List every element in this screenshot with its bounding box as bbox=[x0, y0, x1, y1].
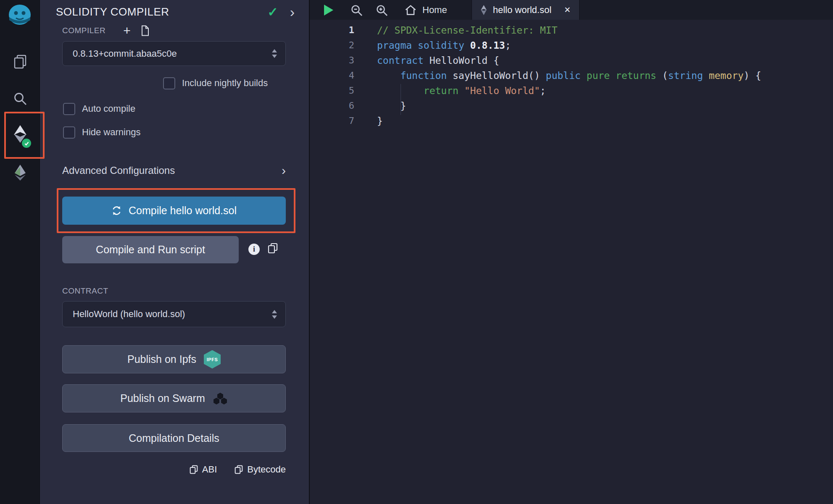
swarm-icon bbox=[213, 392, 228, 405]
contract-select-value: HelloWorld (hello world.sol) bbox=[73, 309, 272, 320]
sidebar-item-solidity-compiler[interactable] bbox=[0, 119, 40, 149]
file-explorer-icon bbox=[13, 54, 28, 69]
editor-tab-bar: Home hello world.sol ✕ bbox=[310, 0, 833, 20]
sidebar-item-file-explorer[interactable] bbox=[0, 47, 40, 76]
line-number[interactable]: 3 bbox=[310, 53, 354, 68]
add-compiler-icon[interactable]: + bbox=[123, 24, 131, 37]
tab-home[interactable]: Home bbox=[405, 5, 447, 16]
line-number[interactable]: 5 bbox=[310, 83, 354, 98]
copy-icon bbox=[190, 465, 198, 474]
compiler-version-value: 0.8.13+commit.abaa5c0e bbox=[73, 48, 272, 59]
advanced-configurations-toggle[interactable]: Advanced Configurations › bbox=[62, 163, 286, 178]
contract-label: CONTRACT bbox=[62, 286, 108, 296]
compile-button[interactable]: Compile hello world.sol bbox=[62, 197, 286, 225]
select-stepper-icon bbox=[272, 49, 277, 58]
copy-icon bbox=[235, 465, 243, 474]
ipfs-icon: IPFS bbox=[204, 350, 221, 369]
editor-area: Home hello world.sol ✕ 1234567 // SPDX-L… bbox=[309, 0, 833, 504]
compile-and-run-label: Compile and Run script bbox=[96, 244, 205, 256]
tab-file-label: hello world.sol bbox=[493, 5, 551, 16]
compiler-label: COMPILER bbox=[62, 26, 105, 35]
advanced-configurations-label: Advanced Configurations bbox=[62, 165, 175, 176]
line-number[interactable]: 7 bbox=[310, 113, 354, 129]
line-number[interactable]: 4 bbox=[310, 68, 354, 83]
hide-warnings-row: Hide warnings bbox=[63, 125, 140, 139]
select-stepper-icon bbox=[272, 310, 277, 319]
compiled-check-badge bbox=[22, 139, 31, 148]
remix-logo-icon[interactable] bbox=[8, 4, 32, 29]
abi-bytecode-row: ABI Bytecode bbox=[190, 464, 286, 475]
icon-sidebar bbox=[0, 0, 40, 504]
auto-compile-row: Auto compile bbox=[63, 102, 135, 116]
contract-select[interactable]: HelloWorld (hello world.sol) bbox=[62, 301, 286, 327]
sidebar-item-search[interactable] bbox=[0, 84, 40, 113]
run-script-button[interactable] bbox=[324, 5, 333, 16]
deploy-run-icon bbox=[13, 164, 27, 181]
line-number[interactable]: 6 bbox=[310, 98, 354, 113]
tab-hello-world-sol[interactable]: hello world.sol ✕ bbox=[472, 0, 580, 20]
sidebar-item-deploy-run[interactable] bbox=[0, 158, 40, 187]
compilation-details-label: Compilation Details bbox=[129, 432, 219, 444]
solidity-compiler-panel: SOLIDITY COMPILER ✓ › COMPILER + 0.8.13+… bbox=[40, 0, 309, 504]
code-line[interactable]: // SPDX-License-Identifier: MIT bbox=[377, 23, 761, 38]
compiler-version-select[interactable]: 0.8.13+commit.abaa5c0e bbox=[62, 41, 286, 66]
nightly-builds-row: Include nightly builds bbox=[163, 76, 268, 90]
refresh-icon bbox=[111, 205, 122, 216]
bytecode-label: Bytecode bbox=[247, 464, 286, 475]
line-number[interactable]: 1 bbox=[310, 23, 354, 38]
nightly-builds-label: Include nightly builds bbox=[182, 78, 268, 89]
compile-button-label: Compile hello world.sol bbox=[129, 205, 237, 217]
auto-compile-label: Auto compile bbox=[82, 103, 135, 114]
code-lines[interactable]: // SPDX-License-Identifier: MITpragma so… bbox=[377, 23, 761, 504]
code-line[interactable]: contract HelloWorld { bbox=[377, 53, 761, 68]
solidity-file-icon bbox=[480, 5, 487, 16]
compile-success-icon: ✓ bbox=[268, 5, 278, 19]
publish-ipfs-label: Publish on Ipfs bbox=[127, 353, 196, 365]
code-line[interactable]: pragma solidity 0.8.13; bbox=[377, 38, 761, 53]
publish-ipfs-button[interactable]: Publish on Ipfs IPFS bbox=[62, 345, 286, 373]
nightly-builds-checkbox[interactable] bbox=[163, 77, 175, 89]
line-numbers: 1234567 bbox=[310, 23, 356, 504]
compiler-section-header: COMPILER + bbox=[62, 24, 149, 38]
panel-header: SOLIDITY COMPILER ✓ › bbox=[40, 3, 309, 21]
compiler-config-file-icon[interactable] bbox=[141, 25, 149, 36]
chevron-right-icon: › bbox=[282, 165, 286, 176]
code-editor: 1234567 // SPDX-License-Identifier: MITp… bbox=[310, 20, 833, 504]
compile-and-run-button[interactable]: Compile and Run script bbox=[62, 236, 239, 263]
code-line[interactable]: function sayHelloWorld() public pure ret… bbox=[377, 68, 761, 83]
panel-collapse-chevron-icon[interactable]: › bbox=[290, 5, 295, 18]
auto-compile-checkbox[interactable] bbox=[63, 103, 75, 115]
copy-abi-button[interactable]: ABI bbox=[190, 464, 217, 475]
close-tab-icon[interactable]: ✕ bbox=[564, 5, 571, 15]
zoom-in-icon[interactable] bbox=[375, 4, 388, 16]
code-line[interactable]: return "Hello World"; bbox=[377, 83, 761, 98]
search-icon bbox=[13, 91, 28, 106]
zoom-out-icon[interactable] bbox=[350, 4, 363, 16]
line-number[interactable]: 2 bbox=[310, 38, 354, 53]
copy-script-icon[interactable] bbox=[268, 243, 278, 254]
tab-home-label: Home bbox=[422, 5, 447, 16]
code-line[interactable]: } bbox=[377, 98, 761, 113]
code-line[interactable]: } bbox=[377, 113, 761, 129]
hide-warnings-label: Hide warnings bbox=[82, 127, 140, 138]
info-icon[interactable]: i bbox=[248, 244, 260, 255]
copy-bytecode-button[interactable]: Bytecode bbox=[235, 464, 286, 475]
panel-title: SOLIDITY COMPILER bbox=[56, 5, 268, 18]
publish-swarm-label: Publish on Swarm bbox=[120, 392, 205, 404]
abi-label: ABI bbox=[202, 464, 217, 475]
publish-swarm-button[interactable]: Publish on Swarm bbox=[62, 384, 286, 412]
hide-warnings-checkbox[interactable] bbox=[63, 126, 75, 139]
compilation-details-button[interactable]: Compilation Details bbox=[62, 424, 286, 452]
home-icon bbox=[405, 5, 416, 16]
